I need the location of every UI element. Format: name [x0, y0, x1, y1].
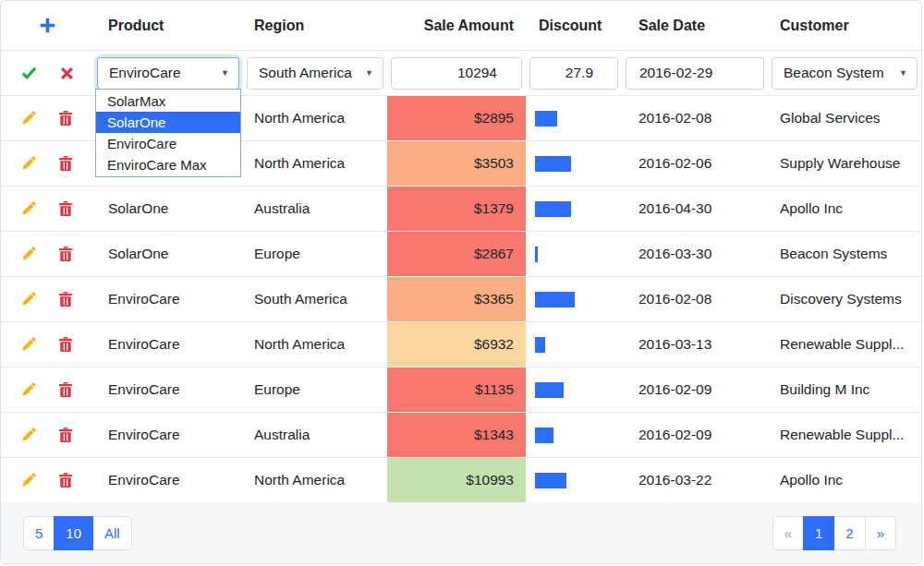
table-row: EnviroCareNorth America$109932016-03-22A…	[1, 458, 921, 503]
sale-date-cell: 2016-02-08	[622, 110, 768, 126]
customer-cell: Apollo Inc	[768, 472, 921, 488]
dropdown-option[interactable]: EnviroCare Max	[96, 154, 240, 175]
edit-row-button[interactable]	[21, 337, 36, 352]
discount-cell	[526, 337, 622, 353]
pager-button[interactable]: «	[772, 516, 804, 550]
edit-row-button[interactable]	[21, 473, 36, 488]
product-select[interactable]: EnviroCare ▼	[97, 57, 239, 90]
sale-date-cell: 2016-03-13	[622, 336, 768, 353]
region-cell: Australia	[243, 427, 387, 443]
edit-row-button[interactable]	[21, 428, 36, 442]
sale-amount-cell: $2895	[387, 96, 526, 140]
discount-bar	[535, 337, 545, 353]
add-row-button[interactable]	[38, 16, 57, 35]
product-cell: SolarOne	[93, 200, 243, 217]
edit-row-button[interactable]	[21, 201, 36, 216]
customer-cell: Building M Inc	[768, 381, 921, 398]
trash-icon	[59, 382, 72, 397]
dropdown-option[interactable]: SolarMax	[96, 90, 240, 112]
delete-row-button[interactable]	[59, 111, 72, 126]
delete-row-button[interactable]	[59, 473, 72, 488]
sale-date-cell: 2016-04-30	[622, 200, 768, 217]
trash-icon	[59, 292, 72, 307]
sale-amount-cell: $3365	[387, 277, 526, 321]
discount-bar	[535, 382, 564, 398]
region-cell: Australia	[243, 200, 387, 217]
pencil-icon	[21, 382, 36, 397]
discount-bar	[535, 473, 566, 488]
discount-cell	[526, 292, 622, 307]
column-header-customer[interactable]: Customer	[768, 18, 921, 34]
discount-cell	[526, 201, 622, 217]
discount-cell	[526, 247, 622, 262]
discount-input[interactable]	[529, 57, 618, 90]
discount-cell	[526, 382, 622, 398]
discount-cell	[526, 111, 622, 126]
region-cell: Europe	[243, 246, 387, 262]
edit-row-button[interactable]	[21, 156, 36, 171]
confirm-button[interactable]	[21, 66, 37, 80]
column-header-region[interactable]: Region	[243, 18, 387, 34]
discount-bar	[535, 428, 553, 443]
sale-amount-input[interactable]	[391, 57, 522, 90]
discount-cell	[526, 156, 622, 172]
column-header-discount[interactable]: Discount	[526, 18, 622, 34]
edit-row-button[interactable]	[21, 382, 36, 397]
trash-icon	[59, 247, 72, 261]
pager-button[interactable]: »	[865, 516, 896, 550]
delete-row-button[interactable]	[59, 337, 72, 352]
trash-icon	[59, 156, 72, 171]
page-size-button[interactable]: All	[92, 516, 132, 550]
pencil-icon	[21, 292, 36, 307]
pencil-icon	[21, 473, 36, 488]
region-cell: North America	[243, 155, 387, 172]
customer-cell: Apollo Inc	[768, 200, 921, 217]
edit-row-actions	[1, 66, 93, 80]
table-row: EnviroCareEurope$11352016-02-09Building …	[1, 367, 921, 413]
region-select[interactable]: South America ▼	[247, 57, 383, 90]
page-size-button[interactable]: 10	[54, 516, 93, 550]
grid-footer: 510All «12»	[1, 502, 921, 563]
customer-cell: Discovery Systems	[768, 291, 921, 307]
delete-row-button[interactable]	[59, 156, 72, 171]
cancel-button[interactable]	[60, 66, 74, 80]
product-cell: EnviroCare	[93, 427, 243, 443]
pagination: «12»	[772, 516, 896, 550]
dropdown-option[interactable]: EnviroCare	[96, 133, 240, 154]
page-size-selector: 510All	[23, 516, 132, 550]
trash-icon	[59, 473, 72, 488]
edit-row-button[interactable]	[21, 292, 36, 307]
sale-date-cell: 2016-03-22	[622, 472, 768, 488]
row-actions	[1, 337, 93, 352]
sale-amount-cell: $1135	[387, 367, 526, 412]
table-row: EnviroCareSouth America$33652016-02-08Di…	[1, 277, 921, 322]
delete-row-button[interactable]	[59, 428, 72, 442]
column-header-product[interactable]: Product	[93, 18, 243, 34]
pencil-icon	[21, 247, 36, 261]
dropdown-option[interactable]: SolarOne	[96, 112, 240, 133]
sale-date-cell: 2016-03-30	[622, 246, 768, 262]
edit-row-button[interactable]	[21, 111, 36, 126]
table-row: EnviroCareNorth America$69322016-03-13Re…	[1, 322, 921, 367]
delete-row-button[interactable]	[59, 292, 72, 307]
sale-date-cell: 2016-02-09	[622, 381, 768, 398]
delete-row-button[interactable]	[59, 247, 72, 261]
customer-select[interactable]: Beacon System ▼	[772, 57, 918, 90]
column-header-sale-amount[interactable]: Sale Amount	[387, 18, 526, 34]
delete-row-button[interactable]	[59, 201, 72, 216]
sale-date-input[interactable]	[626, 57, 764, 90]
pager-button[interactable]: 1	[803, 516, 834, 550]
column-header-sale-date[interactable]: Sale Date	[622, 18, 768, 34]
sale-date-cell: 2016-02-06	[622, 155, 768, 172]
row-actions	[1, 156, 93, 171]
customer-cell: Renewable Suppl...	[768, 427, 921, 443]
page-size-button[interactable]: 5	[23, 516, 55, 550]
sale-date-cell: 2016-02-08	[622, 291, 768, 307]
product-cell: EnviroCare	[93, 472, 243, 488]
row-actions	[1, 428, 93, 442]
edit-row-button[interactable]	[21, 247, 36, 261]
delete-row-button[interactable]	[59, 382, 72, 397]
region-cell: Europe	[243, 381, 387, 398]
pager-button[interactable]: 2	[833, 516, 865, 550]
row-actions	[1, 382, 93, 397]
